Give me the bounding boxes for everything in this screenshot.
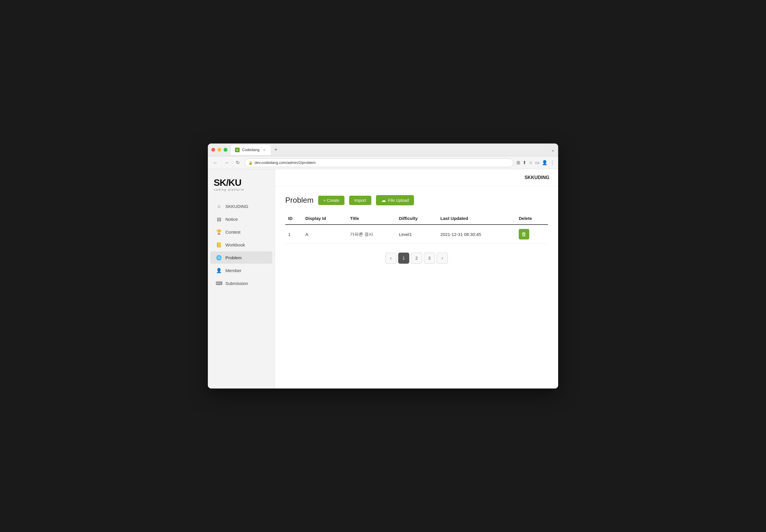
sidebar-label-submission: Submission bbox=[226, 281, 248, 286]
tab-close-button[interactable]: × bbox=[262, 148, 267, 152]
sidebar-item-member[interactable]: 👤 Member bbox=[210, 264, 272, 277]
lock-icon: 🔒 bbox=[249, 161, 253, 165]
sidebar-label-problem: Problem bbox=[226, 255, 242, 260]
main-header: SKKUDING bbox=[275, 169, 558, 186]
cell-last-updated: 2021-12-31 08:30:45 bbox=[438, 225, 516, 244]
sidebar-label-notice: Notice bbox=[226, 217, 238, 222]
profile-icon[interactable]: 👤 bbox=[542, 160, 548, 165]
table-header-row: ID Display Id Title Difficulty Last Upda… bbox=[285, 212, 548, 225]
sidebar-nav: ⌂ SKKUDING ▤ Notice 🏆 Contest 📒 Workbook… bbox=[208, 200, 275, 289]
window-controls: ⌄ bbox=[551, 147, 554, 153]
sidebar-label-workbook: Workbook bbox=[226, 242, 245, 247]
workbook-icon: 📒 bbox=[216, 242, 222, 248]
tab-bar: C Codedang × + ⌄ bbox=[231, 145, 554, 155]
bookmark-icon[interactable]: ☆ bbox=[529, 160, 533, 165]
tab-favicon: C bbox=[235, 148, 240, 152]
sidebar-logo: SK/KU coding platform bbox=[208, 175, 275, 200]
sidebar-toggle-icon[interactable]: ▭ bbox=[535, 160, 539, 165]
sidebar-item-submission[interactable]: ⌨ Submission bbox=[210, 277, 272, 289]
menu-icon[interactable]: ⋮ bbox=[550, 160, 554, 165]
col-difficulty: Difficulty bbox=[396, 212, 438, 225]
browser-addressbar: ← → ↻ 🔒 dev.codedang.com/admin/2/problem… bbox=[208, 156, 558, 169]
browser-titlebar: C Codedang × + ⌄ bbox=[208, 143, 558, 156]
file-upload-label: File Upload bbox=[388, 198, 409, 203]
cell-delete: 🗑 bbox=[516, 225, 548, 244]
pagination: ‹ 1 2 3 › bbox=[285, 253, 548, 264]
pagination-page-1[interactable]: 1 bbox=[398, 253, 409, 264]
col-last-updated: Last Updated bbox=[438, 212, 516, 225]
sidebar-label-contest: Contest bbox=[226, 230, 241, 235]
browser-toolbar-icons: ⊞ ⬆ ☆ ▭ 👤 ⋮ bbox=[516, 160, 554, 165]
back-button[interactable]: ← bbox=[212, 159, 220, 167]
app-container: SK/KU coding platform ⌂ SKKUDING ▤ Notic… bbox=[208, 169, 558, 389]
pagination-page-3[interactable]: 3 bbox=[424, 253, 435, 264]
problems-table: ID Display Id Title Difficulty Last Upda… bbox=[285, 212, 548, 244]
sidebar-item-contest[interactable]: 🏆 Contest bbox=[210, 226, 272, 238]
url-text: dev.codedang.com/admin/2/problem bbox=[255, 160, 316, 165]
upload-cloud-icon: ☁ bbox=[381, 197, 386, 203]
sidebar-item-workbook[interactable]: 📒 Workbook bbox=[210, 239, 272, 251]
forward-button[interactable]: → bbox=[223, 159, 231, 167]
close-button[interactable] bbox=[212, 148, 215, 152]
active-tab[interactable]: C Codedang × bbox=[231, 145, 271, 155]
traffic-lights bbox=[212, 148, 228, 152]
cell-id: 1 bbox=[285, 225, 302, 244]
delete-row-button[interactable]: 🗑 bbox=[519, 229, 529, 239]
page-title-row: Problem + Create Import ☁ File Upload bbox=[285, 195, 548, 205]
sidebar-item-skkuding[interactable]: ⌂ SKKUDING bbox=[210, 200, 272, 212]
home-icon: ⌂ bbox=[216, 203, 222, 209]
col-id: ID bbox=[285, 212, 302, 225]
file-upload-button[interactable]: ☁ File Upload bbox=[376, 195, 414, 205]
logo-text: SK/KU bbox=[214, 178, 269, 187]
reload-button[interactable]: ↻ bbox=[234, 159, 242, 167]
address-bar[interactable]: 🔒 dev.codedang.com/admin/2/problem bbox=[245, 158, 513, 167]
tab-right-controls: ⌄ bbox=[551, 147, 554, 153]
browser-window: C Codedang × + ⌄ ← → ↻ 🔒 dev.codedang.co… bbox=[208, 143, 558, 389]
import-button[interactable]: Import bbox=[349, 196, 371, 205]
member-icon: 👤 bbox=[216, 267, 222, 273]
sidebar: SK/KU coding platform ⌂ SKKUDING ▤ Notic… bbox=[208, 169, 275, 389]
pagination-prev[interactable]: ‹ bbox=[385, 253, 396, 264]
logo-subtitle: coding platform bbox=[214, 188, 269, 191]
problem-icon: 🌐 bbox=[216, 255, 222, 260]
new-tab-button[interactable]: + bbox=[272, 146, 280, 154]
cell-display-id: A bbox=[302, 225, 347, 244]
translate-icon[interactable]: ⊞ bbox=[516, 160, 520, 165]
notice-icon: ▤ bbox=[216, 216, 222, 222]
col-display-id: Display Id bbox=[302, 212, 347, 225]
cell-difficulty: Level1 bbox=[396, 225, 438, 244]
header-user-title: SKKUDING bbox=[524, 175, 549, 180]
sidebar-item-problem[interactable]: 🌐 Problem bbox=[210, 251, 272, 264]
pagination-page-2[interactable]: 2 bbox=[411, 253, 422, 264]
submission-icon: ⌨ bbox=[216, 280, 222, 286]
content-body: Problem + Create Import ☁ File Upload ID… bbox=[275, 186, 558, 272]
sidebar-label-skkuding: SKKUDING bbox=[226, 204, 248, 209]
maximize-button[interactable] bbox=[224, 148, 228, 152]
tab-title: Codedang bbox=[242, 148, 260, 152]
cell-title: 가파른 경사 bbox=[347, 225, 396, 244]
sidebar-label-member: Member bbox=[226, 268, 242, 273]
col-delete: Delete bbox=[516, 212, 548, 225]
sidebar-item-notice[interactable]: ▤ Notice bbox=[210, 213, 272, 225]
page-title: Problem bbox=[285, 196, 314, 205]
col-title: Title bbox=[347, 212, 396, 225]
main-content: SKKUDING Problem + Create Import ☁ File … bbox=[275, 169, 558, 389]
pagination-next[interactable]: › bbox=[437, 253, 448, 264]
share-icon[interactable]: ⬆ bbox=[522, 160, 526, 165]
minimize-button[interactable] bbox=[218, 148, 221, 152]
table-row: 1 A 가파른 경사 Level1 2021-12-31 08:30:45 🗑 bbox=[285, 225, 548, 244]
create-button[interactable]: + Create bbox=[318, 196, 344, 205]
contest-icon: 🏆 bbox=[216, 229, 222, 235]
